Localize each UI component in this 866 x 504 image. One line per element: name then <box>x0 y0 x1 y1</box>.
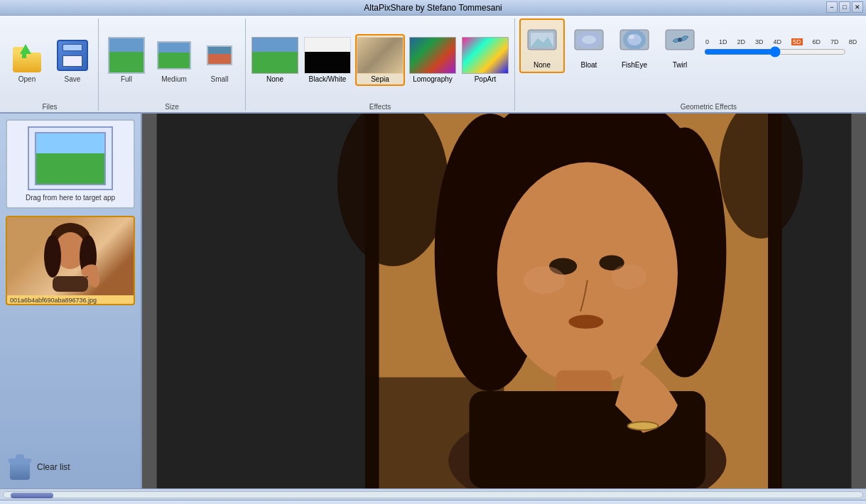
svg-point-10 <box>678 38 682 42</box>
size-full-button[interactable]: Full <box>103 34 150 86</box>
geo-slider-area: 0 1D 2D 3D 4D 5D 6D 7D 8D 9D 1DD <box>704 38 866 57</box>
drag-thumbnail <box>28 126 113 190</box>
main-area: Drag from here to target app <box>0 114 866 488</box>
size-group: Full Medium Small Size <box>99 18 246 111</box>
toolbar: Open Save Files Full <box>0 16 866 114</box>
effect-none-button[interactable]: None <box>250 35 300 84</box>
hscrollbar <box>0 488 866 500</box>
file-item[interactable]: 001a6b4abf690aba896736.jpg <box>6 216 135 305</box>
app-title: AltaPixShare by Stefano Tommesani <box>364 3 502 13</box>
geo-effects-group: None Bloat <box>515 18 866 111</box>
size-medium-button[interactable]: Medium <box>153 34 195 86</box>
hscroll-track[interactable] <box>3 491 863 498</box>
open-icon <box>9 37 45 74</box>
geo-intensity-slider[interactable] <box>704 47 846 57</box>
open-button[interactable]: Open <box>6 34 48 86</box>
sidebar: Drag from here to target app <box>0 114 142 488</box>
trash-icon <box>9 454 31 480</box>
svg-point-16 <box>44 235 61 278</box>
size-medium-icon <box>156 37 193 74</box>
minimize-button[interactable]: − <box>826 1 838 13</box>
main-image <box>142 114 866 488</box>
geo-fisheye-icon <box>616 23 653 60</box>
drag-area: Drag from here to target app <box>6 119 135 209</box>
size-full-icon <box>108 37 145 74</box>
effect-bw-button[interactable]: Black/White <box>303 35 352 84</box>
geo-fisheye-button[interactable]: FishEye <box>613 20 656 72</box>
geo-none-button[interactable]: None <box>519 18 565 73</box>
svg-point-30 <box>497 162 678 384</box>
maximize-button[interactable]: □ <box>839 1 850 13</box>
size-small-icon <box>201 37 238 74</box>
window-controls: − □ ✕ <box>826 1 863 13</box>
canvas-area[interactable] <box>142 114 866 488</box>
geo-twirl-icon <box>661 23 698 60</box>
geo-none-icon <box>524 23 561 60</box>
svg-point-4 <box>582 35 596 44</box>
close-button[interactable]: ✕ <box>852 1 863 13</box>
effects-group: None Black/White Sepia Lomography PopArt… <box>246 18 515 111</box>
statusbar: Width 514 px Height 715 px Size 89.68 KB… <box>0 500 866 504</box>
effect-popart-button[interactable]: PopArt <box>460 35 510 84</box>
svg-rect-18 <box>53 276 88 292</box>
geo-twirl-button[interactable]: Twirl <box>659 20 701 72</box>
svg-point-37 <box>628 422 659 430</box>
effect-sepia-button[interactable]: Sepia <box>355 34 405 86</box>
save-button[interactable]: Save <box>51 34 94 86</box>
titlebar: AltaPixShare by Stefano Tommesani − □ ✕ <box>0 0 866 16</box>
svg-point-36 <box>568 315 603 329</box>
hscroll-thumb[interactable] <box>11 493 53 498</box>
size-small-button[interactable]: Small <box>198 34 241 86</box>
geo-bloat-button[interactable]: Bloat <box>568 20 610 72</box>
file-thumbnail <box>7 217 134 295</box>
svg-point-39 <box>612 264 646 289</box>
save-icon <box>54 37 91 74</box>
svg-point-38 <box>524 266 565 294</box>
geo-bloat-icon <box>570 23 607 60</box>
person-portrait <box>38 221 102 292</box>
svg-point-8 <box>629 35 634 39</box>
effect-lomo-button[interactable]: Lomography <box>408 35 458 84</box>
clear-list-button[interactable]: Clear list <box>6 451 135 483</box>
files-group: Open Save Files <box>1 18 99 111</box>
